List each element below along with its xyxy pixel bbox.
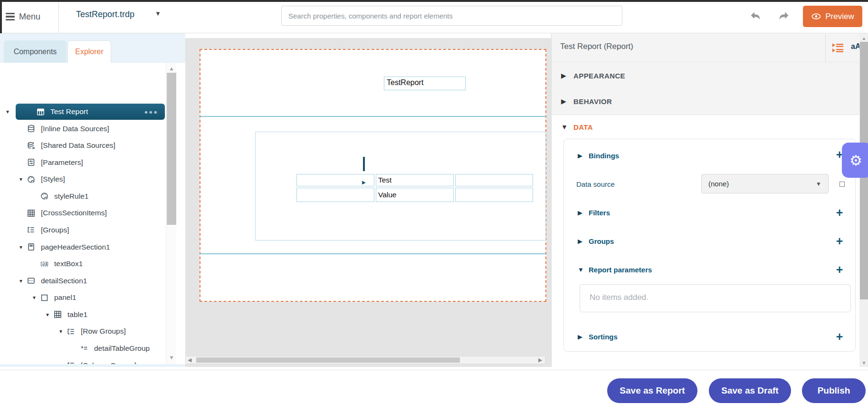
parameters-icon	[27, 159, 37, 166]
palette-icon	[27, 175, 37, 183]
tree-item-panel1[interactable]: ▾ panel1	[33, 289, 185, 306]
chevron-down-icon[interactable]: ▼	[561, 123, 569, 131]
data-source-checkbox[interactable]	[839, 182, 845, 187]
tab-components[interactable]: Components	[4, 40, 67, 63]
page-header-section-divider[interactable]	[200, 116, 546, 117]
tree-scrollbar-thumb[interactable]	[167, 73, 176, 225]
report-filename[interactable]: TestReport.trdp	[76, 10, 134, 19]
database-shared-icon	[27, 142, 37, 149]
design-textbox1[interactable]: TestReport	[384, 77, 466, 90]
gear-icon: ⚙	[849, 152, 862, 169]
expander-icon[interactable]: ▾	[59, 362, 67, 364]
redo-button[interactable]	[776, 9, 792, 23]
row-groups[interactable]: ▶ Groups	[578, 236, 614, 246]
row-filters[interactable]: ▶ Filters	[578, 207, 610, 218]
row-bindings[interactable]: ▶ Bindings	[578, 150, 619, 161]
tree-item-parameters[interactable]: [Parameters]	[19, 154, 185, 171]
hamburger-icon	[6, 13, 15, 21]
section-behavior[interactable]: ▶ BEHAVIOR	[561, 96, 612, 106]
data-source-dropdown[interactable]: (none) ▼	[701, 174, 829, 193]
add-report-parameter-button[interactable]: +	[834, 264, 845, 275]
add-group-button[interactable]: +	[834, 236, 845, 246]
settings-button[interactable]: ⚙	[842, 143, 868, 178]
expander-icon[interactable]: ▾	[19, 176, 27, 183]
tree-item-table1[interactable]: ▾ table1	[46, 307, 185, 323]
expander-icon[interactable]: ▾	[19, 278, 27, 284]
chevron-right-icon[interactable]: ▶	[578, 152, 585, 159]
scroll-up-icon[interactable]: ▲	[166, 66, 177, 71]
chevron-right-icon[interactable]: ▶	[561, 97, 569, 105]
chevron-right-icon[interactable]: ▶	[578, 333, 585, 340]
grid-icon	[27, 209, 37, 217]
section-icon	[27, 277, 37, 285]
tree-item-pageheadersection1[interactable]: ▾ pageHeaderSection1	[19, 239, 185, 255]
preview-button[interactable]: Preview	[803, 6, 862, 27]
save-as-report-button[interactable]: Save as Report	[607, 378, 697, 403]
section-appearance[interactable]: ▶ APPEARANCE	[561, 70, 625, 81]
square-icon	[40, 294, 50, 301]
window-top-edge	[0, 0, 868, 2]
data-source-label: Data source	[576, 180, 615, 188]
tab-explorer[interactable]: Explorer	[67, 40, 111, 63]
add-filter-button[interactable]: +	[834, 207, 845, 218]
expander-icon[interactable]: ▾	[6, 108, 14, 115]
tree-item-stylerule1[interactable]: styleRule1	[33, 188, 185, 204]
tree-item-test-report[interactable]: ▾ Test Report ●●●	[16, 104, 165, 120]
scroll-up-icon[interactable]: ▲	[859, 36, 868, 41]
right-panel-resize-handle[interactable]	[363, 157, 365, 171]
chevron-down-icon: ▼	[816, 181, 821, 187]
tree-item-crosssectionitems[interactable]: [CrossSectionItems]	[19, 205, 185, 221]
tree-item-inline-data-sources[interactable]: [Inline Data Sources]	[19, 121, 185, 137]
tree-scrollbar[interactable]: ▲ ▼	[166, 63, 176, 364]
table-cell[interactable]: Value	[376, 188, 454, 202]
expand-right-panel-icon[interactable]: ▶	[362, 180, 366, 185]
table-cell[interactable]	[455, 188, 533, 202]
empty-state-text: No items added.	[590, 293, 649, 302]
chevron-right-icon[interactable]: ▶	[578, 238, 585, 245]
item-menu-dots-icon[interactable]: ●●●	[144, 108, 158, 116]
expander-icon[interactable]: ▾	[19, 244, 27, 250]
table-cell[interactable]: Test	[376, 174, 454, 186]
listgroup-icon	[67, 327, 76, 335]
section-data[interactable]: ▼ DATA	[561, 122, 593, 132]
chevron-right-icon[interactable]: ▶	[561, 72, 569, 79]
expand-all-sections-button[interactable]	[832, 43, 844, 55]
tree-item-textbox1[interactable]: ab textBox1	[33, 256, 185, 272]
save-as-draft-button[interactable]: Save as Draft	[709, 378, 791, 403]
search-input[interactable]	[281, 6, 622, 26]
expander-icon[interactable]: ▾	[59, 328, 67, 335]
scroll-down-icon[interactable]: ▼	[166, 355, 177, 360]
component-tree: ▾ Test Report ●●● [Inline Data Sources] …	[0, 63, 185, 364]
publish-button[interactable]: Publish	[802, 378, 866, 403]
add-sorting-button[interactable]: +	[834, 331, 845, 342]
table-cell[interactable]	[455, 174, 533, 186]
preview-label: Preview	[825, 12, 854, 21]
expander-icon[interactable]: ▾	[33, 294, 40, 301]
design-table1[interactable]: Test Value	[295, 173, 534, 203]
chevron-down-icon[interactable]: ▼	[578, 266, 585, 273]
chevron-right-icon[interactable]: ▶	[578, 209, 585, 216]
property-inspector: Test Report (Report) aA ▶ APPEARANCE ▶ B…	[551, 33, 868, 367]
footer-action-bar: Save as Report Save as Draft Publish	[0, 370, 868, 414]
canvas-scrollbar-thumb[interactable]	[196, 357, 460, 363]
undo-button[interactable]	[747, 9, 763, 23]
scroll-left-icon[interactable]: ◀	[188, 357, 191, 363]
scroll-right-icon[interactable]: ▶	[538, 357, 542, 363]
inspector-scrollbar[interactable]: ▲ ▼	[859, 33, 868, 367]
filename-dropdown-icon[interactable]: ▼	[155, 10, 161, 17]
design-canvas[interactable]: TestReport Test Value ◀ ▶	[185, 33, 551, 367]
detail-section-divider[interactable]	[200, 253, 546, 254]
scroll-down-icon[interactable]: ▼	[859, 360, 868, 366]
canvas-horizontal-scrollbar[interactable]: ◀ ▶	[185, 356, 545, 364]
tree-item-groups[interactable]: [Groups]	[19, 222, 185, 238]
eye-icon	[811, 13, 821, 20]
tree-item-styles[interactable]: ▾ [Styles]	[19, 171, 185, 187]
row-sortings[interactable]: ▶ Sortings	[578, 331, 618, 342]
table-cell[interactable]	[296, 188, 374, 202]
tree-item-shared-data-sources[interactable]: [Shared Data Sources]	[19, 137, 185, 154]
report-icon	[37, 108, 46, 116]
row-report-parameters[interactable]: ▼ Report parameters	[578, 264, 652, 275]
tree-item-detailsection1[interactable]: ▾ detailSection1	[19, 273, 185, 289]
expander-icon[interactable]: ▾	[46, 311, 54, 318]
menu-button[interactable]: Menu	[6, 9, 40, 25]
